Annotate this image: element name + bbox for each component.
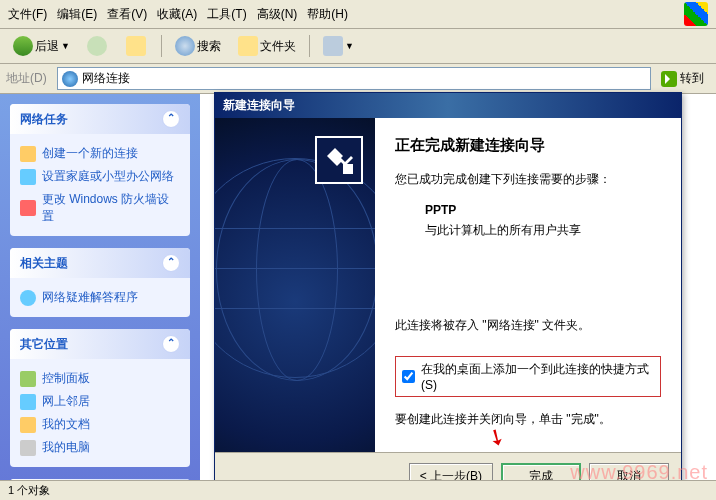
link-my-documents[interactable]: 我的文档 [20,413,180,436]
views-icon [323,36,343,56]
wizard-titlebar[interactable]: 新建连接向导 [215,93,681,118]
checkbox-label: 在我的桌面上添加一个到此连接的快捷方式(S) [421,361,654,392]
wizard-dialog: 新建连接向导 正在完成新建连接向导 您已成功完成创建下列连接需要的步骤： PPT… [214,92,682,500]
folders-button[interactable]: 文件夹 [231,32,303,60]
separator [309,35,310,57]
wizard-text: 此连接将被存入 "网络连接" 文件夹。 [395,317,661,334]
back-label: 后退 [35,38,59,55]
collapse-icon: ⌃ [162,254,180,272]
address-value: 网络连接 [82,70,130,87]
panel-header[interactable]: 相关主题 ⌃ [10,248,190,278]
connection-name: PPTP [425,202,661,219]
link-my-computer[interactable]: 我的电脑 [20,436,180,459]
search-label: 搜索 [197,38,221,55]
svg-rect-0 [343,164,353,174]
menu-advanced[interactable]: 高级(N) [257,6,298,23]
menu-bar: 文件(F) 编辑(E) 查看(V) 收藏(A) 工具(T) 高级(N) 帮助(H… [0,0,716,29]
windows-logo-icon [684,2,708,26]
status-bar: 1 个对象 [0,480,716,500]
network-places-icon [20,394,36,410]
panel-header[interactable]: 其它位置 ⌃ [10,329,190,359]
wizard-heading: 正在完成新建连接向导 [395,136,661,155]
folders-label: 文件夹 [260,38,296,55]
network-icon [62,71,78,87]
go-label: 转到 [680,70,704,87]
task-troubleshoot[interactable]: 网络疑难解答程序 [20,286,180,309]
collapse-icon: ⌃ [162,335,180,353]
back-button[interactable]: 后退 ▼ [6,32,77,60]
desktop-shortcut-checkbox[interactable] [402,370,415,383]
status-text: 1 个对象 [8,484,50,496]
menu-view[interactable]: 查看(V) [107,6,147,23]
home-network-icon [20,169,36,185]
go-button[interactable]: 转到 [655,68,710,89]
menu-favorites[interactable]: 收藏(A) [157,6,197,23]
up-folder-icon [126,36,146,56]
menu-tools[interactable]: 工具(T) [207,6,246,23]
collapse-icon: ⌃ [162,110,180,128]
wizard-sidebar-image [215,118,375,452]
panel-related: 相关主题 ⌃ 网络疑难解答程序 [10,248,190,317]
task-new-connection[interactable]: 创建一个新的连接 [20,142,180,165]
task-firewall[interactable]: 更改 Windows 防火墙设置 [20,188,180,228]
task-home-network[interactable]: 设置家庭或小型办公网络 [20,165,180,188]
chevron-down-icon: ▼ [61,41,70,51]
link-network-places[interactable]: 网上邻居 [20,390,180,413]
panel-title: 其它位置 [20,336,68,353]
go-icon [661,71,677,87]
panel-title: 网络任务 [20,111,68,128]
wizard-content: 正在完成新建连接向导 您已成功完成创建下列连接需要的步骤： PPTP 与此计算机… [375,118,681,452]
address-bar: 地址(D) 网络连接 转到 [0,64,716,94]
wizard-text: 要创建此连接并关闭向导，单击 "完成"。 [395,411,661,428]
separator [161,35,162,57]
folders-icon [238,36,258,56]
up-button[interactable] [119,32,155,60]
forward-button[interactable] [80,32,116,60]
desktop-shortcut-checkbox-row[interactable]: 在我的桌面上添加一个到此连接的快捷方式(S) [395,356,661,397]
firewall-icon [20,200,36,216]
main-content: 新建连接向导 正在完成新建连接向导 您已成功完成创建下列连接需要的步骤： PPT… [200,94,716,500]
computer-icon [20,440,36,456]
panel-other-places: 其它位置 ⌃ 控制面板 网上邻居 我的文档 我的电脑 [10,329,190,467]
menu-help[interactable]: 帮助(H) [307,6,348,23]
panel-network-tasks: 网络任务 ⌃ 创建一个新的连接 设置家庭或小型办公网络 更改 Windows 防… [10,104,190,236]
back-icon [13,36,33,56]
wizard-connection-info: PPTP 与此计算机上的所有用户共享 [425,202,661,239]
search-button[interactable]: 搜索 [168,32,228,60]
documents-icon [20,417,36,433]
forward-icon [87,36,107,56]
panel-title: 相关主题 [20,255,68,272]
new-connection-icon [20,146,36,162]
chevron-down-icon: ▼ [345,41,354,51]
address-field[interactable]: 网络连接 [57,67,651,90]
menu-file[interactable]: 文件(F) [8,6,47,23]
wizard-text: 您已成功完成创建下列连接需要的步骤： [395,171,661,188]
control-panel-icon [20,371,36,387]
toolbar: 后退 ▼ 搜索 文件夹 ▼ [0,29,716,64]
link-control-panel[interactable]: 控制面板 [20,367,180,390]
views-button[interactable]: ▼ [316,32,361,60]
connection-icon [315,136,363,184]
connection-share: 与此计算机上的所有用户共享 [425,222,661,239]
info-icon [20,290,36,306]
address-label: 地址(D) [6,70,47,87]
sidebar: 网络任务 ⌃ 创建一个新的连接 设置家庭或小型办公网络 更改 Windows 防… [0,94,200,500]
menu-edit[interactable]: 编辑(E) [57,6,97,23]
search-icon [175,36,195,56]
panel-header[interactable]: 网络任务 ⌃ [10,104,190,134]
